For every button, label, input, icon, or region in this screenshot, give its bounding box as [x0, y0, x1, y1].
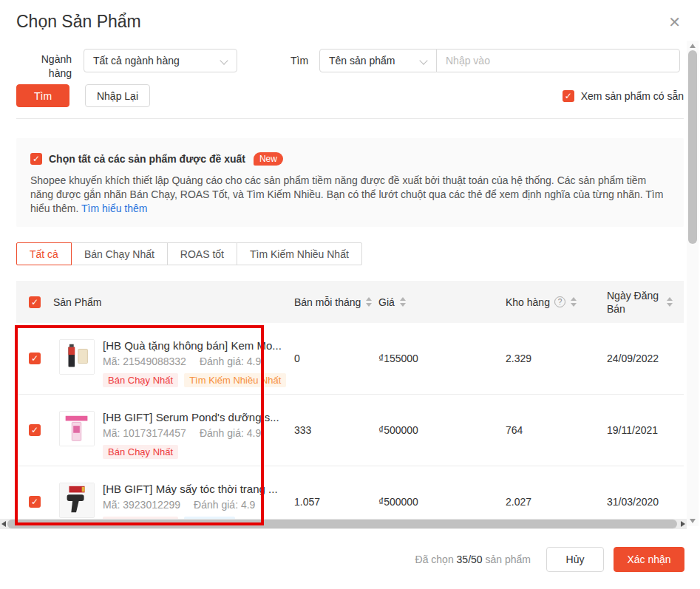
search-type-select[interactable]: Tên sản phẩm: [319, 49, 437, 72]
selected-count-text: Đã chọn 35/50 sản phẩm: [415, 554, 531, 565]
sort-icon[interactable]: [366, 297, 372, 307]
tab-all[interactable]: Tất cả: [16, 242, 72, 265]
product-rating: Đánh giá: 4.9: [200, 427, 261, 439]
listed-date-value: 24/09/2022: [607, 353, 684, 364]
badge-best-selling[interactable]: Bán Chạy Nhất: [103, 445, 178, 459]
product-name: [HB Quà tặng không bán] Kem Mo...: [103, 339, 286, 352]
row-checkbox[interactable]: ✓: [29, 424, 41, 436]
product-image: [59, 411, 95, 446]
chevron-down-icon: [419, 56, 427, 64]
sort-icon[interactable]: [667, 297, 673, 307]
table-header: ✓ Sản Phẩm Bán mỗi tháng Giá Kho hàng ? …: [16, 281, 684, 323]
selected-count: 35/50: [457, 554, 483, 565]
header-price: Giá: [378, 296, 506, 308]
product-code: Mã: 21549088332: [103, 355, 186, 367]
price-value: ₫500000: [378, 424, 506, 436]
monthly-sales-value: 333: [294, 424, 378, 436]
scroll-right-icon[interactable]: [681, 521, 685, 527]
listed-date-value: 31/03/2020: [607, 496, 684, 508]
row-checkbox[interactable]: ✓: [29, 353, 41, 364]
help-icon[interactable]: ?: [554, 296, 565, 307]
available-products-checkbox-row[interactable]: ✓ Xem sản phẩm có sẵn: [563, 90, 684, 102]
sort-icon[interactable]: [571, 297, 577, 307]
monthly-sales-value: 1.057: [294, 496, 378, 508]
table-body: ✓ [HB Quà tặng không bán] Kem Mo... Mã: …: [16, 323, 684, 520]
select-all-suggested-row[interactable]: ✓ Chọn tất cả các sản phẩm được đề xuất …: [30, 152, 283, 166]
badge-best-selling[interactable]: Bán Chạy Nhất: [103, 373, 178, 387]
scroll-up-icon[interactable]: [690, 44, 696, 48]
header-monthly-sales: Bán mỗi tháng: [294, 296, 378, 308]
header-product: Sản Phẩm: [53, 296, 294, 308]
available-products-label: Xem sản phẩm có sẵn: [581, 90, 684, 102]
confirm-button[interactable]: Xác nhận: [614, 547, 684, 572]
divider: [16, 118, 684, 119]
tab-good-roas[interactable]: ROAS tốt: [167, 242, 237, 265]
tab-best-selling[interactable]: Bán Chạy Nhất: [71, 242, 168, 265]
category-select-value: Tất cả ngành hàng: [93, 55, 180, 67]
row-checkbox[interactable]: ✓: [29, 496, 41, 508]
price-value: ₫155000: [378, 353, 506, 364]
product-image: [59, 483, 95, 518]
stock-value: 764: [506, 424, 607, 436]
stock-value: 2.329: [506, 353, 607, 364]
search-input[interactable]: [446, 55, 670, 67]
product-code: Mã: 10173174457: [103, 427, 186, 439]
table-row[interactable]: ✓ [HB Quà tặng không bán] Kem Mo... Mã: …: [16, 323, 684, 395]
filter-tabs: Tất cả Bán Chạy Nhất ROAS tốt Tìm Kiếm N…: [16, 242, 362, 265]
listed-date-value: 19/11/2021: [607, 424, 684, 436]
reset-button[interactable]: Nhập Lại: [85, 84, 150, 107]
vertical-scrollbar[interactable]: [687, 41, 699, 526]
product-rating: Đánh giá: 4.9: [194, 499, 255, 511]
horizontal-scrollbar-thumb[interactable]: [7, 520, 677, 528]
product-name: [HB GIFT] Serum Pond's dưỡng s...: [103, 411, 279, 423]
tab-most-searched[interactable]: Tìm Kiếm Nhiều Nhất: [237, 242, 362, 265]
cancel-button[interactable]: Hủy: [546, 547, 604, 572]
search-label: Tìm: [290, 55, 308, 67]
category-label: Ngành hàng: [39, 52, 72, 81]
product-image: [59, 339, 95, 375]
close-icon[interactable]: ✕: [668, 15, 681, 30]
table-row[interactable]: ✓ [HB GIFT] Serum Pond's dưỡng s... Mã: …: [16, 395, 684, 466]
scroll-left-icon[interactable]: [1, 521, 6, 527]
vertical-scrollbar-thumb[interactable]: [688, 50, 697, 244]
chevron-down-icon: [220, 56, 228, 64]
header-stock: Kho hàng ?: [506, 296, 607, 308]
learn-more-link[interactable]: Tìm hiểu thêm: [81, 202, 147, 214]
suggestion-panel: ✓ Chọn tất cả các sản phẩm được đề xuất …: [16, 138, 684, 227]
checkbox-checked-icon[interactable]: ✓: [563, 90, 574, 102]
checkbox-checked-icon[interactable]: ✓: [30, 153, 42, 165]
product-name: [HB GIFT] Máy sấy tóc thời trang ...: [103, 483, 278, 495]
select-all-checkbox[interactable]: ✓: [29, 296, 41, 308]
product-rating: Đánh giá: 4.9: [200, 355, 261, 367]
scroll-down-icon[interactable]: [690, 519, 696, 523]
sort-icon[interactable]: [400, 297, 406, 307]
product-select-modal: Chọn Sản Phẩm ✕ Ngành hàng Tất cả ngành …: [0, 0, 700, 589]
header-listed-date: Ngày Đăng Bán: [607, 289, 684, 316]
search-button[interactable]: Tìm: [16, 84, 69, 107]
page-title: Chọn Sản Phẩm: [16, 12, 141, 32]
product-code: Mã: 3923012299: [103, 499, 180, 511]
table-row[interactable]: ✓ [HB GIFT] Máy sấy tóc thời trang ... M…: [16, 466, 684, 520]
horizontal-scrollbar[interactable]: [0, 519, 687, 529]
select-all-suggested-label: Chọn tất cả các sản phẩm được đề xuất: [49, 153, 245, 165]
stock-value: 2.027: [506, 496, 607, 508]
monthly-sales-value: 0: [294, 353, 378, 364]
badge-most-searched[interactable]: Tìm Kiếm Nhiều Nhất: [184, 373, 286, 387]
new-badge: New: [254, 152, 283, 166]
search-type-value: Tên sản phẩm: [329, 55, 395, 67]
category-select[interactable]: Tất cả ngành hàng: [84, 49, 237, 72]
suggestion-description: Shopee khuyến khích thiết lập Quảng cáo …: [30, 174, 670, 216]
price-value: ₫500000: [378, 496, 506, 508]
footer: Đã chọn 35/50 sản phẩm Hủy Xác nhận: [415, 547, 684, 572]
search-input-wrap: [436, 49, 680, 72]
